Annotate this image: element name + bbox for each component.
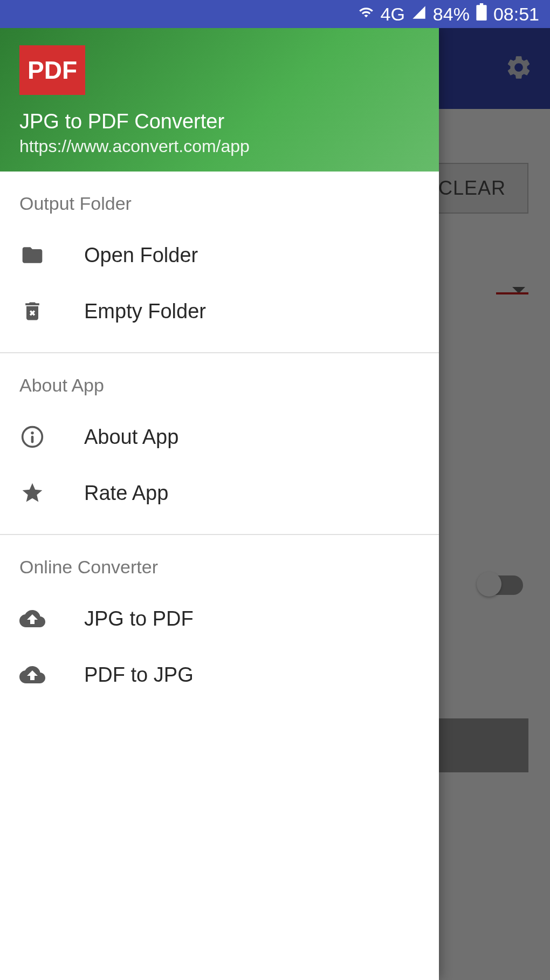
svg-rect-1 [480, 3, 483, 6]
menu-empty-folder[interactable]: Empty Folder [0, 283, 439, 339]
drawer-header: PDF JPG to PDF Converter https://www.aco… [0, 28, 439, 172]
svg-rect-0 [476, 5, 486, 20]
cloud-upload-icon [19, 606, 45, 632]
folder-icon [19, 242, 45, 268]
menu-rate-app[interactable]: Rate App [0, 465, 439, 521]
battery-percentage: 84% [433, 4, 470, 25]
menu-open-folder[interactable]: Open Folder [0, 227, 439, 283]
wifi-icon [359, 4, 374, 24]
menu-jpg-to-pdf[interactable]: JPG to PDF [0, 591, 439, 647]
navigation-drawer: PDF JPG to PDF Converter https://www.aco… [0, 28, 439, 980]
battery-icon [476, 3, 487, 25]
cloud-upload-icon [19, 662, 45, 688]
network-label: 4G [380, 4, 404, 25]
status-bar: 4G 84% 08:51 [0, 0, 550, 28]
app-logo: PDF [19, 45, 85, 95]
app-url: https://www.aconvert.com/app [19, 136, 420, 156]
info-icon [19, 424, 45, 450]
section-header-output: Output Folder [0, 172, 439, 227]
section-header-about: About App [0, 353, 439, 409]
app-title: JPG to PDF Converter [19, 110, 420, 133]
menu-label: PDF to JPG [84, 663, 194, 687]
menu-label: Open Folder [84, 244, 198, 267]
clock: 08:51 [493, 4, 539, 25]
menu-label: About App [84, 426, 178, 449]
menu-pdf-to-jpg[interactable]: PDF to JPG [0, 647, 439, 703]
drawer-body: Output Folder Open Folder Empty Folder A… [0, 172, 439, 980]
menu-label: Empty Folder [84, 300, 206, 323]
menu-label: JPG to PDF [84, 607, 194, 631]
star-icon [19, 480, 45, 506]
section-header-converter: Online Converter [0, 535, 439, 591]
delete-icon [19, 298, 45, 324]
menu-about-app[interactable]: About App [0, 409, 439, 465]
menu-label: Rate App [84, 482, 168, 505]
signal-icon [411, 4, 427, 24]
